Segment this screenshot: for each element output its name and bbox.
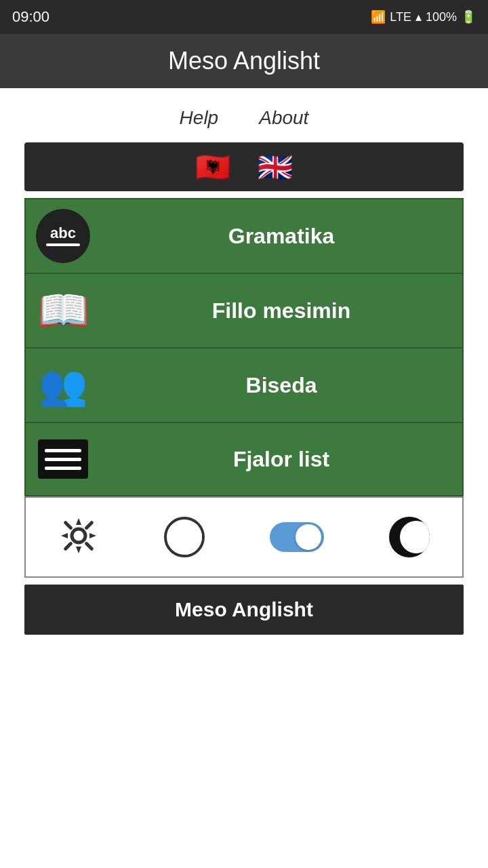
biseda-label: Biseda <box>100 373 462 398</box>
signal-icon: ▴ <box>415 9 422 24</box>
albanian-flag[interactable]: 🇦🇱 <box>195 151 230 184</box>
moon-filled-icon[interactable] <box>389 517 430 557</box>
gramatika-icon: abc <box>26 209 100 263</box>
people-icon: 👥 <box>26 362 100 408</box>
fillo-label: Fillo mesimin <box>100 298 462 323</box>
status-bar: 09:00 📶 LTE ▴ 100% 🔋 <box>0 0 488 34</box>
biseda-button[interactable]: 👥 Biseda <box>24 347 464 422</box>
help-menu-item[interactable]: Help <box>180 107 219 129</box>
uk-flag[interactable]: 🇬🇧 <box>258 151 293 184</box>
battery-label: 100% <box>426 10 457 24</box>
book-icon: 📖 <box>26 286 100 335</box>
settings-gear-icon[interactable] <box>58 515 99 559</box>
top-menu: Help About <box>0 88 488 142</box>
svg-point-0 <box>72 529 85 542</box>
main-buttons: abc Gramatika 📖 Fillo mesimin 👥 Biseda F… <box>24 198 464 496</box>
fillo-button[interactable]: 📖 Fillo mesimin <box>24 273 464 347</box>
toggle-thumb <box>296 524 321 550</box>
app-bar-title: Meso Anglisht <box>168 47 320 75</box>
app-bar: Meso Anglisht <box>0 34 488 88</box>
list-icon <box>26 439 100 479</box>
about-menu-item[interactable]: About <box>259 107 308 129</box>
bottom-bar-button[interactable]: Meso Anglisht <box>24 585 464 635</box>
flag-bar: 🇦🇱 🇬🇧 <box>24 142 464 191</box>
settings-row <box>24 496 464 578</box>
battery-icon: 🔋 <box>461 9 476 24</box>
fjalor-label: Fjalor list <box>100 447 462 472</box>
fjalor-button[interactable]: Fjalor list <box>24 422 464 496</box>
gramatika-label: Gramatika <box>100 224 462 249</box>
status-icons: 📶 LTE ▴ 100% 🔋 <box>371 9 476 24</box>
moon-outline-icon[interactable] <box>164 517 205 557</box>
dark-mode-toggle[interactable] <box>270 522 324 552</box>
gramatika-button[interactable]: abc Gramatika <box>24 198 464 273</box>
status-time: 09:00 <box>12 8 49 26</box>
wifi-icon: 📶 <box>371 9 386 24</box>
lte-label: LTE <box>390 10 411 24</box>
bottom-bar-label: Meso Anglisht <box>175 598 313 621</box>
